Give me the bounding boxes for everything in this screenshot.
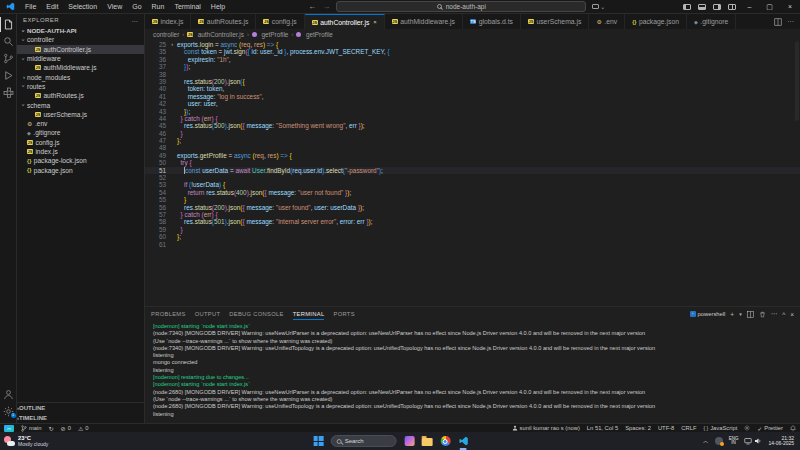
tree-item-authController.js[interactable]: JSauthController.js bbox=[17, 45, 144, 54]
status-item-spaces-2[interactable]: Spaces: 2 bbox=[625, 425, 651, 431]
menu-go[interactable]: Go bbox=[127, 3, 146, 10]
editor-more-actions-icon[interactable]: ⋯ bbox=[787, 18, 794, 26]
code-line-52[interactable]: 52 bbox=[145, 174, 800, 181]
panel-tab-problems[interactable]: PROBLEMS bbox=[151, 309, 186, 319]
status-item-0[interactable]: ⊘0 bbox=[61, 425, 71, 432]
code-line-47[interactable]: 47}; bbox=[145, 137, 800, 144]
extensions-icon[interactable] bbox=[0, 85, 17, 100]
tab-globals.d.ts[interactable]: TSglobals.d.ts bbox=[463, 14, 521, 29]
status-item-0[interactable]: ⚠0 bbox=[78, 425, 89, 432]
tree-root-folder[interactable]: › NODE-AUTH-API bbox=[17, 26, 144, 35]
close-button[interactable]: × bbox=[784, 3, 796, 10]
code-line-49[interactable]: 49exports.getProfile = async (req, res) … bbox=[145, 152, 800, 159]
panel-maximize-icon[interactable]: ^ bbox=[782, 311, 785, 318]
back-arrow-icon[interactable]: ← bbox=[308, 2, 316, 11]
tab-authController.js[interactable]: JSauthController.js× bbox=[305, 14, 385, 29]
status-item-main[interactable]: main bbox=[21, 425, 42, 432]
status-item[interactable]: >< bbox=[4, 425, 14, 432]
tab-.env[interactable]: ⚙.env bbox=[589, 14, 625, 29]
tree-item-schema[interactable]: ›schema bbox=[17, 100, 144, 109]
split-terminal-icon[interactable] bbox=[747, 311, 754, 318]
section-outline[interactable]: ›OUTLINE bbox=[17, 403, 144, 413]
tree-item-routes[interactable]: ›routes bbox=[17, 82, 144, 91]
breadcrumb-item[interactable]: getProfile bbox=[252, 31, 289, 38]
menu-edit[interactable]: Edit bbox=[41, 3, 63, 10]
code-line-40[interactable]: 40 token: token, bbox=[145, 85, 800, 92]
code-editor[interactable]: 25›exports.login = async (req, res) => {… bbox=[145, 39, 800, 306]
tab-.gitignore[interactable]: ◆.gitignore bbox=[687, 14, 736, 29]
tree-item-controller[interactable]: ›controller bbox=[17, 35, 144, 44]
forward-arrow-icon[interactable]: → bbox=[322, 2, 330, 11]
tab-authMiddleware.js[interactable]: JSauthMiddleware.js bbox=[385, 14, 463, 29]
code-line-46[interactable]: 46 } bbox=[145, 130, 800, 137]
menu-selection[interactable]: Selection bbox=[63, 3, 102, 10]
status-item[interactable] bbox=[790, 425, 796, 432]
code-line-44[interactable]: 44 } catch (err) { bbox=[145, 115, 800, 122]
settings-gear-icon[interactable]: 1 bbox=[0, 404, 17, 419]
code-line-57[interactable]: 57 } catch (err) { bbox=[145, 211, 800, 218]
menu-file[interactable]: File bbox=[20, 3, 41, 10]
tree-item-userSchema.js[interactable]: JSuserSchema.js bbox=[17, 110, 144, 119]
tab-config.js[interactable]: JSconfig.js bbox=[256, 14, 304, 29]
terminal-shell-chip[interactable]: › powershell bbox=[690, 311, 726, 317]
language-indicator[interactable]: ENG IN bbox=[729, 437, 739, 446]
toggle-sidebar-icon[interactable] bbox=[683, 4, 691, 10]
panel-close-icon[interactable]: × bbox=[790, 311, 794, 318]
status-item-sunil-kumar-rao-s-now-[interactable]: sunil kumar rao s (now) bbox=[512, 425, 580, 431]
code-line-55[interactable]: 55 } bbox=[145, 196, 800, 203]
layout-dropdown-icon[interactable]: ⌄ bbox=[592, 3, 605, 10]
kill-terminal-icon[interactable] bbox=[759, 311, 766, 318]
terminal-dropdown-icon[interactable]: ▾ bbox=[739, 311, 742, 317]
search-view-icon[interactable] bbox=[0, 34, 17, 49]
tab-userSchema.js[interactable]: JSuserSchema.js bbox=[521, 14, 589, 29]
tab-authRoutes.js[interactable]: JSauthRoutes.js bbox=[191, 14, 256, 29]
customize-layout-icon[interactable] bbox=[728, 4, 736, 10]
chrome-icon[interactable] bbox=[440, 436, 451, 447]
vscode-taskbar-icon[interactable] bbox=[458, 436, 469, 447]
tab-package.json[interactable]: {}package.json bbox=[625, 14, 687, 29]
run-debug-icon[interactable] bbox=[0, 68, 17, 83]
code-line-45[interactable]: 45 res.status(500).json({ message: "Some… bbox=[145, 122, 800, 129]
sync-tray-icon[interactable] bbox=[715, 437, 723, 445]
panel-tab-debug-console[interactable]: DEBUG CONSOLE bbox=[229, 309, 283, 319]
code-line-37[interactable]: 37 }); bbox=[145, 63, 800, 70]
tree-item-index.js[interactable]: JSindex.js bbox=[17, 147, 144, 156]
panel-tab-output[interactable]: OUTPUT bbox=[195, 309, 221, 319]
code-line-25[interactable]: 25›exports.login = async (req, res) => { bbox=[145, 41, 800, 48]
tree-item-.gitignore[interactable]: ◆.gitignore bbox=[17, 128, 144, 137]
tree-item-middleware[interactable]: ›middleware bbox=[17, 54, 144, 63]
tray-status-icons[interactable] bbox=[744, 437, 762, 445]
tree-item-authMiddleware.js[interactable]: JSauthMiddleware.js bbox=[17, 63, 144, 72]
code-line-38[interactable]: 38 bbox=[145, 71, 800, 78]
weather-widget[interactable]: 23°C Mostly cloudy bbox=[0, 435, 160, 447]
code-line-51[interactable]: 51 const userData = await User.findById(… bbox=[145, 167, 800, 174]
code-line-56[interactable]: 56 res.status(200).json({ message: "user… bbox=[145, 204, 800, 211]
fold-chevron-icon[interactable]: › bbox=[171, 41, 173, 48]
source-control-icon[interactable] bbox=[0, 51, 17, 66]
panel-more-icon[interactable]: ⋯ bbox=[771, 310, 778, 318]
tray-expand-icon[interactable]: ︿ bbox=[703, 437, 709, 446]
editor-scrollbar[interactable] bbox=[795, 41, 799, 121]
clock-widget[interactable]: 21:32 14-06-2025 bbox=[768, 436, 794, 447]
menu-help[interactable]: Help bbox=[206, 3, 230, 10]
status-item-prettier[interactable]: ✓Prettier bbox=[757, 425, 783, 432]
split-editor-icon[interactable] bbox=[774, 18, 782, 26]
tree-item-authRoutes.js[interactable]: JSauthRoutes.js bbox=[17, 91, 144, 100]
code-line-35[interactable]: 35 const token = jwt.sign({ id: user._id… bbox=[145, 48, 800, 55]
code-line-60[interactable]: 60}; bbox=[145, 233, 800, 240]
section-timeline[interactable]: ›TIMELINE bbox=[17, 413, 144, 423]
tab-close-icon[interactable]: × bbox=[373, 19, 377, 25]
command-center-search[interactable]: node-auth-api bbox=[336, 1, 586, 12]
code-line-36[interactable]: 36 expiresIn: "1h", bbox=[145, 56, 800, 63]
status-item[interactable] bbox=[744, 425, 750, 431]
restore-button[interactable]: ▢ bbox=[762, 3, 777, 11]
minimize-button[interactable]: – bbox=[743, 3, 755, 10]
code-line-54[interactable]: 54 return res.status(400).json({ message… bbox=[145, 189, 800, 196]
breadcrumb-item[interactable]: JSauthController.js bbox=[187, 31, 244, 38]
menu-terminal[interactable]: Terminal bbox=[169, 3, 205, 10]
tree-item-node_modules[interactable]: ›node_modules bbox=[17, 72, 144, 81]
file-explorer-icon[interactable] bbox=[422, 436, 433, 447]
toggle-panel-icon[interactable] bbox=[698, 4, 706, 10]
tree-item-package.json[interactable]: {}package.json bbox=[17, 165, 144, 174]
status-item-javascript[interactable]: { }JavaScript bbox=[703, 425, 737, 431]
